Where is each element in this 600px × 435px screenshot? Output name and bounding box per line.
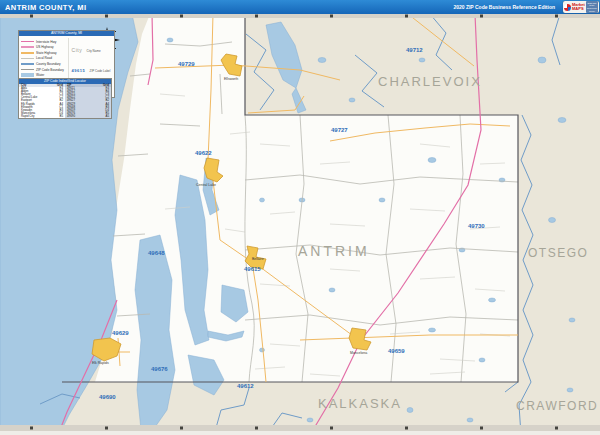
zip-code-label: 49659 — [388, 348, 405, 354]
legend-item: State Highway — [21, 51, 68, 55]
city-name-label: Central Lake — [196, 183, 216, 187]
brand-logo: Market MAPS 2020 ZIP Code Reference Guid… — [563, 1, 599, 13]
zip-code-label: 49690 — [99, 394, 116, 400]
legend-item-label: US Highway — [36, 45, 54, 49]
zip-code-label: 49615 — [244, 266, 261, 272]
legend-item: ZIP Code Boundary — [21, 68, 68, 72]
county-name-label: KALKASKA — [318, 396, 402, 411]
zip-code-label: 49727 — [331, 127, 348, 133]
legend-item: County Boundary — [21, 62, 68, 66]
legend-item-label: Local Road — [36, 56, 52, 60]
county-name-label: CRAWFORD — [516, 399, 598, 413]
zip-code-label: 49676 — [151, 366, 168, 372]
legend-city-sample: City — [72, 47, 83, 53]
legend-item-label: Water — [36, 73, 44, 77]
zip-code-label: 49712 — [406, 47, 423, 53]
county-name-label: CHARLEVOIX — [378, 74, 482, 89]
zip-code-label: 49612 — [237, 383, 254, 389]
page-title: ANTRIM COUNTY, MI — [5, 3, 86, 12]
zip-index-panel: ZIP Code Index/Grid Locator CityGridAlba… — [18, 78, 112, 119]
county-name-label: ANTRIM — [298, 243, 370, 259]
legend-item-label: State Highway — [36, 51, 57, 55]
city-name-label: Bellaire — [252, 257, 264, 261]
legend-item-label: ZIP Code Boundary — [36, 68, 64, 72]
legend-item: US Highway — [21, 45, 68, 49]
zip-code-label: 49622 — [195, 150, 212, 156]
map-canvas: 4972949712497274962249730496484961549659… — [0, 14, 600, 435]
legend-item-label: Interstate Hwy — [36, 40, 56, 44]
zip-index-left: CityGridAlbaE4AldenB4BellaireC3Central L… — [19, 84, 65, 119]
city-name-label: Ellsworth — [224, 77, 238, 81]
legend-item: Local Road — [21, 56, 68, 60]
zip-index-right: ZIPGrid49611E449612B449615C349622C249627… — [65, 84, 111, 119]
legend-zip-sample: 49615 — [72, 68, 86, 73]
legend-swatch — [21, 52, 34, 54]
zip-code-label: 49648 — [148, 250, 165, 256]
edition-label: 2020 ZIP Code Business Reference Edition — [453, 4, 555, 10]
legend-swatch — [21, 58, 34, 60]
city-name-label: Elk Rapids — [92, 361, 109, 365]
legend-swatch — [21, 41, 34, 43]
zip-code-label: 49729 — [178, 61, 195, 67]
index-row: 49690A5 — [65, 115, 111, 118]
legend-swatch — [21, 46, 34, 48]
zip-code-label: 49730 — [468, 223, 485, 229]
map-page: ANTRIM COUNTY, MI 2020 ZIP Code Business… — [0, 0, 600, 435]
brand-badge: 2020 ZIP Code Reference Guide — [586, 1, 598, 12]
city-name-label: Mancelona — [350, 351, 367, 355]
legend-item: Interstate Hwy — [21, 40, 68, 44]
legend-item: Water — [21, 73, 68, 77]
globe-icon — [564, 4, 571, 11]
legend-city-desc: City Name — [87, 49, 101, 53]
zip-code-label: 49629 — [112, 330, 129, 336]
legend-swatch — [21, 73, 34, 77]
legend-swatch — [21, 69, 34, 71]
title-bar: ANTRIM COUNTY, MI 2020 ZIP Code Business… — [0, 0, 600, 14]
brand-main: MAPS — [572, 6, 584, 11]
legend-swatch — [21, 63, 34, 65]
legend-zip-desc: ZIP Code Label — [90, 69, 111, 73]
legend-item-label: County Boundary — [36, 62, 61, 66]
brand-name: Market MAPS — [572, 3, 585, 11]
county-name-label: OTSEGO — [528, 246, 588, 260]
index-row: Rapid CityB5 — [19, 115, 65, 118]
